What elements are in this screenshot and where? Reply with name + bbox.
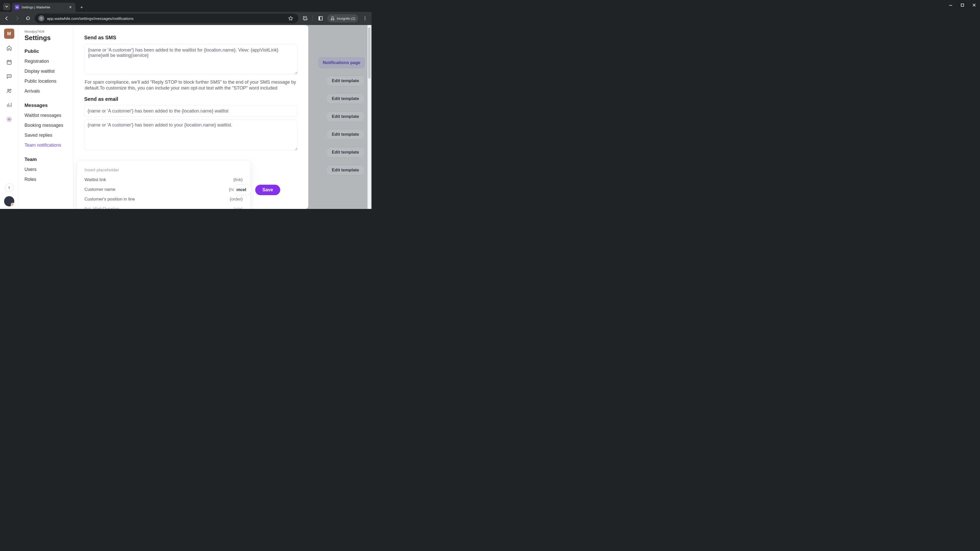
modal-body: Send as SMS For spam compliance, we'll a… xyxy=(73,25,308,159)
sidebar-item-roles[interactable]: Roles xyxy=(24,177,68,182)
svg-point-11 xyxy=(8,76,9,76)
main-area: Notifications page Edit template Edit te… xyxy=(73,25,372,209)
sms-body-textarea[interactable] xyxy=(84,44,298,74)
sidebar-group-team: Team Users Roles xyxy=(24,157,68,182)
incognito-label: Incognito (2) xyxy=(337,17,355,21)
svg-point-9 xyxy=(364,19,365,20)
svg-point-7 xyxy=(364,16,365,17)
sidebar-group-head: Messages xyxy=(24,103,68,108)
new-tab-button[interactable]: ＋ xyxy=(78,3,85,11)
sidebar-item-display-waitlist[interactable]: Display waitlist xyxy=(24,68,68,74)
sidepanel-button[interactable] xyxy=(317,14,325,22)
sidebar-item-saved-replies[interactable]: Saved replies xyxy=(24,133,68,138)
url-text: app.waitwhile.com/settings/messages/noti… xyxy=(47,16,134,21)
forward-button[interactable] xyxy=(13,14,21,22)
email-body-textarea[interactable] xyxy=(84,120,298,150)
svg-point-12 xyxy=(9,76,10,76)
incognito-icon xyxy=(330,16,335,21)
chevron-down-icon xyxy=(5,5,8,8)
svg-point-15 xyxy=(10,89,11,91)
placeholder-label: Est. Wait Duration xyxy=(84,206,119,209)
chat-icon[interactable] xyxy=(4,71,14,82)
tab-close-button[interactable]: ✕ xyxy=(68,5,73,9)
tab-strip: w Settings | Waitwhile ✕ ＋ xyxy=(0,0,372,12)
calendar-icon[interactable] xyxy=(4,57,14,67)
sidebar-group-messages: Messages Waitlist messages Booking messa… xyxy=(24,103,68,148)
sms-compliance-note: For spam compliance, we'll add "Reply ST… xyxy=(85,79,297,91)
extensions-button[interactable] xyxy=(301,14,309,22)
svg-point-8 xyxy=(364,18,365,19)
sidebar-group-head: Public xyxy=(24,48,68,54)
placeholder-row[interactable]: Waitlist link {link} xyxy=(84,177,243,183)
scrollbar-thumb[interactable] xyxy=(368,27,371,79)
sidebar-item-public-locations[interactable]: Public locations xyxy=(24,79,68,84)
placeholder-label: Customer's position in line xyxy=(84,197,135,202)
placeholder-label: Customer name xyxy=(84,187,115,192)
page-title: Settings xyxy=(24,34,68,42)
people-icon[interactable] xyxy=(4,86,14,96)
sidebar-group-public: Public Registration Display waitlist Pub… xyxy=(24,48,68,94)
sidebar-item-waitlist-messages[interactable]: Waitlist messages xyxy=(24,113,68,118)
user-avatar[interactable] xyxy=(4,196,14,206)
svg-point-13 xyxy=(10,76,10,76)
email-subject-input[interactable] xyxy=(84,106,298,117)
settings-sidebar: Moodjoy7434 Settings Public Registration… xyxy=(18,25,73,209)
org-name: Moodjoy7434 xyxy=(24,30,68,33)
sidebar-item-arrivals[interactable]: Arrivals xyxy=(24,89,68,94)
svg-point-16 xyxy=(8,119,10,120)
settings-gear-icon[interactable] xyxy=(4,114,14,124)
site-info-icon[interactable] xyxy=(38,15,45,21)
section-title-email: Send as email xyxy=(84,96,298,102)
analytics-icon[interactable] xyxy=(4,100,14,110)
tabs-dropdown[interactable] xyxy=(3,3,10,10)
scrollbar[interactable] xyxy=(368,25,371,209)
placeholder-row[interactable]: Customer's position in line {order} xyxy=(84,197,243,202)
browser-chrome: w Settings | Waitwhile ✕ ＋ app.waitwhile… xyxy=(0,0,372,25)
app-root: M ? Moodjoy7434 Settings Public Registra… xyxy=(0,25,372,209)
back-button[interactable] xyxy=(3,14,11,22)
svg-rect-6 xyxy=(319,17,320,20)
sidebar-item-team-notifications[interactable]: Team notifications xyxy=(24,143,68,148)
edit-template-modal: Send as SMS For spam compliance, we'll a… xyxy=(73,25,308,209)
kebab-menu-button[interactable] xyxy=(361,14,369,22)
org-avatar[interactable]: M xyxy=(4,29,14,39)
section-title-sms: Send as SMS xyxy=(84,35,298,41)
sidebar-item-users[interactable]: Users xyxy=(24,167,68,172)
placeholder-label: Waitlist link xyxy=(84,177,106,183)
tab-title: Settings | Waitwhile xyxy=(21,5,66,9)
svg-point-14 xyxy=(8,89,9,91)
favicon: w xyxy=(15,5,19,10)
home-icon[interactable] xyxy=(4,43,14,53)
placeholder-row[interactable]: Customer name {name} xyxy=(84,187,243,192)
nav-rail: M ? xyxy=(0,25,18,209)
incognito-chip[interactable]: Incognito (2) xyxy=(327,14,358,22)
browser-toolbar: app.waitwhile.com/settings/messages/noti… xyxy=(0,12,372,25)
save-button[interactable]: Save xyxy=(255,185,280,195)
svg-rect-3 xyxy=(41,18,41,19)
placeholder-popover: Insert placeholder Waitlist link {link} … xyxy=(76,161,251,209)
browser-tab[interactable]: w Settings | Waitwhile ✕ xyxy=(12,3,76,12)
insert-placeholder-label: Insert placeholder xyxy=(84,168,243,173)
placeholder-token: {order} xyxy=(230,197,243,202)
svg-rect-4 xyxy=(41,17,41,18)
sidebar-item-registration[interactable]: Registration xyxy=(24,59,68,64)
placeholder-row[interactable]: Est. Wait Duration {eta} xyxy=(84,206,243,209)
reload-button[interactable] xyxy=(24,14,32,22)
cancel-button[interactable]: ıncel xyxy=(234,184,251,195)
bookmark-star-icon[interactable] xyxy=(286,14,295,22)
placeholder-token: {eta} xyxy=(234,206,243,209)
help-button[interactable]: ? xyxy=(5,183,14,192)
modal-actions: ıncel Save xyxy=(234,184,280,195)
address-bar[interactable]: app.waitwhile.com/settings/messages/noti… xyxy=(35,14,298,23)
sidebar-item-booking-messages[interactable]: Booking messages xyxy=(24,123,68,128)
sidebar-group-head: Team xyxy=(24,157,68,162)
svg-rect-10 xyxy=(7,60,11,64)
placeholder-token: {link} xyxy=(233,177,243,183)
